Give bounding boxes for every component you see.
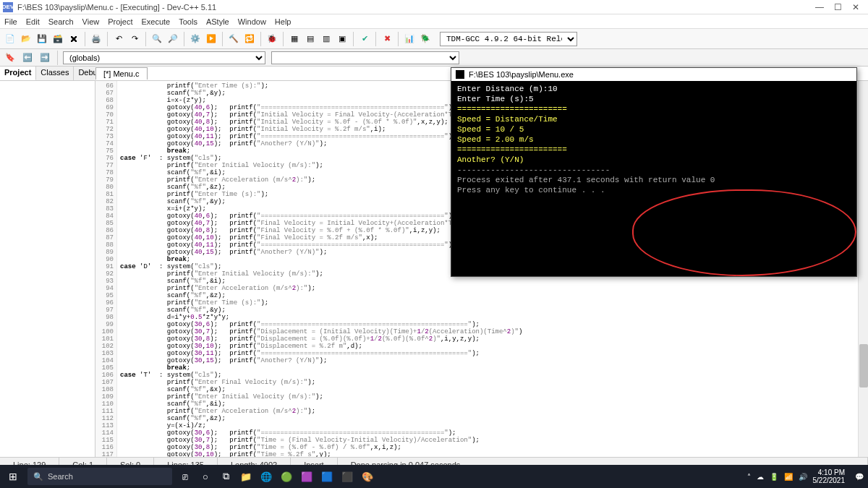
console-output-line: Speed = Distance/Time	[457, 114, 851, 124]
taskview2-icon[interactable]: ⧉	[218, 469, 233, 484]
toolbar: 📄 📂 💾 🗃️ 🗙 🖨️ ↶ ↷ 🔍 🔎 ⚙️ ▶️ 🔨 🔁 🐞 ▦ ▤ ▥ …	[0, 29, 868, 49]
menu-tools[interactable]: Tools	[179, 17, 197, 26]
search-icon: 🔍	[33, 472, 43, 481]
globals-select[interactable]: (globals)	[63, 51, 265, 64]
menu-view[interactable]: View	[82, 17, 100, 26]
save-icon[interactable]: 💾	[35, 32, 49, 46]
console-output-line: --------------------------------	[457, 165, 851, 175]
abort-icon[interactable]: ✖	[380, 32, 394, 46]
taskbar-clock[interactable]: 4:10 PM 5/22/2021	[813, 468, 850, 484]
find-icon[interactable]: 🔍	[150, 32, 164, 46]
toolbar-sep	[398, 32, 399, 46]
tab-classes[interactable]: Classes	[36, 67, 74, 80]
tray-volume-icon[interactable]: 🔊	[799, 473, 807, 481]
tray-notification-icon[interactable]: 💬	[855, 473, 864, 481]
cortana-icon[interactable]: ○	[198, 469, 213, 484]
console-body[interactable]: Enter Distance (m):10Enter Time (s):5 ==…	[451, 81, 856, 276]
close-file-icon[interactable]: 🗙	[67, 32, 81, 46]
debug-icon[interactable]: 🐞	[265, 32, 279, 46]
close-button[interactable]: ✕	[852, 2, 859, 12]
console-title-text: F:\BES 103\payslip\Menu.exe	[469, 70, 574, 79]
minimize-button[interactable]: —	[815, 2, 824, 12]
taskview-icon[interactable]: ⎚	[178, 469, 192, 484]
annotation-circle	[632, 189, 856, 276]
tab-project[interactable]: Project	[0, 67, 36, 80]
toolbar-sep	[107, 32, 108, 46]
toolbar-sep	[85, 32, 85, 46]
tray-battery-icon[interactable]: 🔋	[770, 473, 778, 481]
start-button[interactable]: ⊞	[4, 468, 22, 485]
menu-bar: File Edit Search View Project Execute To…	[0, 14, 868, 29]
redo-icon[interactable]: ↷	[127, 32, 142, 46]
side-panel: Project Classes Debug	[0, 67, 95, 457]
menu-edit[interactable]: Edit	[26, 17, 40, 26]
toolbar-sep	[222, 32, 223, 46]
scrollbar-thumb[interactable]	[859, 344, 868, 388]
compiler-select[interactable]: TDM-GCC 4.9.2 64-bit Release	[440, 32, 577, 46]
open-file-icon[interactable]: 📂	[19, 32, 33, 46]
taskbar: ⊞ 🔍 Search ⎚ ○ ⧉ 📁 🌐 🟢 🟪 🟦 ⬛ 🎨 ˄ ☁ 🔋 📶 🔊…	[0, 465, 868, 488]
grid1-icon[interactable]: ▦	[287, 32, 302, 46]
new-file-icon[interactable]: 📄	[3, 32, 17, 46]
toolbar-sep	[375, 32, 376, 46]
vertical-scrollbar[interactable]	[858, 81, 868, 457]
menu-astyle[interactable]: AStyle	[206, 17, 229, 26]
menu-window[interactable]: Window	[238, 17, 266, 26]
run-icon[interactable]: ▶️	[204, 32, 218, 46]
toolbar-sep	[260, 32, 261, 46]
tray-chevron-icon[interactable]: ˄	[747, 473, 751, 481]
search-placeholder: Search	[48, 472, 73, 481]
devcpp-icon[interactable]: 🟦	[320, 469, 334, 484]
system-tray: ˄ ☁ 🔋 📶 🔊 4:10 PM 5/22/2021 💬	[747, 468, 864, 484]
toolbar-sep	[283, 32, 284, 46]
console-output-line: =======================	[457, 104, 851, 114]
menu-project[interactable]: Project	[108, 17, 132, 26]
console-task-icon[interactable]: ⬛	[340, 469, 354, 484]
tray-wifi-icon[interactable]: 📶	[784, 473, 793, 481]
grid4-icon[interactable]: ▣	[335, 32, 349, 46]
explorer-icon[interactable]: 📁	[239, 469, 253, 484]
forward-icon[interactable]: ➡️	[38, 51, 52, 65]
title-bar: DEV F:\BES 103\payslip\Menu.c - [Executi…	[0, 0, 868, 14]
app1-icon[interactable]: 🟪	[299, 469, 314, 484]
profile-icon[interactable]: 📊	[402, 32, 417, 46]
console-output-line: Speed = 2.00 m/s	[457, 134, 851, 145]
toolbar-sep	[353, 32, 354, 46]
menu-execute[interactable]: Execute	[141, 17, 170, 26]
console-output-line: Another? (Y/N)	[457, 155, 851, 165]
console-output-line: =======================	[457, 145, 851, 155]
maximize-button[interactable]: ☐	[834, 2, 842, 12]
nav-sep	[57, 51, 58, 65]
bug-icon[interactable]: 🪲	[418, 32, 433, 46]
compile-icon[interactable]: ⚙️	[188, 32, 203, 46]
grid3-icon[interactable]: ▥	[319, 32, 333, 46]
grid2-icon[interactable]: ▤	[303, 32, 318, 46]
menu-file[interactable]: File	[4, 17, 17, 26]
back-icon[interactable]: ⬅️	[20, 51, 35, 65]
goto-bookmark-icon[interactable]: 🔖	[3, 51, 17, 65]
file-tab-menu-c[interactable]: [*] Menu.c	[95, 67, 148, 80]
paint-icon[interactable]: 🎨	[360, 469, 375, 484]
console-icon	[456, 70, 464, 79]
console-window[interactable]: F:\BES 103\payslip\Menu.exe Enter Distan…	[451, 67, 857, 277]
console-output-line: Enter Distance (m):10	[457, 84, 851, 94]
taskbar-search[interactable]: 🔍 Search	[27, 468, 172, 485]
line-gutter: 6667686970717273747576777879808182838485…	[95, 81, 117, 457]
rebuild-icon[interactable]: 🔁	[242, 32, 257, 46]
chrome-icon[interactable]: 🟢	[279, 469, 294, 484]
replace-icon[interactable]: 🔎	[166, 32, 180, 46]
console-output-line: Enter Time (s):5	[457, 94, 851, 104]
tray-onedrive-icon[interactable]: ☁	[757, 473, 764, 481]
toolbar-sep	[184, 32, 184, 46]
check-icon[interactable]: ✔	[357, 32, 372, 46]
menu-search[interactable]: Search	[48, 17, 74, 26]
console-title-bar[interactable]: F:\BES 103\payslip\Menu.exe	[451, 68, 856, 81]
print-icon[interactable]: 🖨️	[89, 32, 103, 46]
toolbar-sep	[145, 32, 146, 46]
menu-help[interactable]: Help	[275, 17, 292, 26]
compile-run-icon[interactable]: 🔨	[226, 32, 241, 46]
save-all-icon[interactable]: 🗃️	[51, 32, 65, 46]
members-select[interactable]	[271, 51, 459, 64]
undo-icon[interactable]: ↶	[111, 32, 126, 46]
edge-icon[interactable]: 🌐	[259, 469, 273, 484]
